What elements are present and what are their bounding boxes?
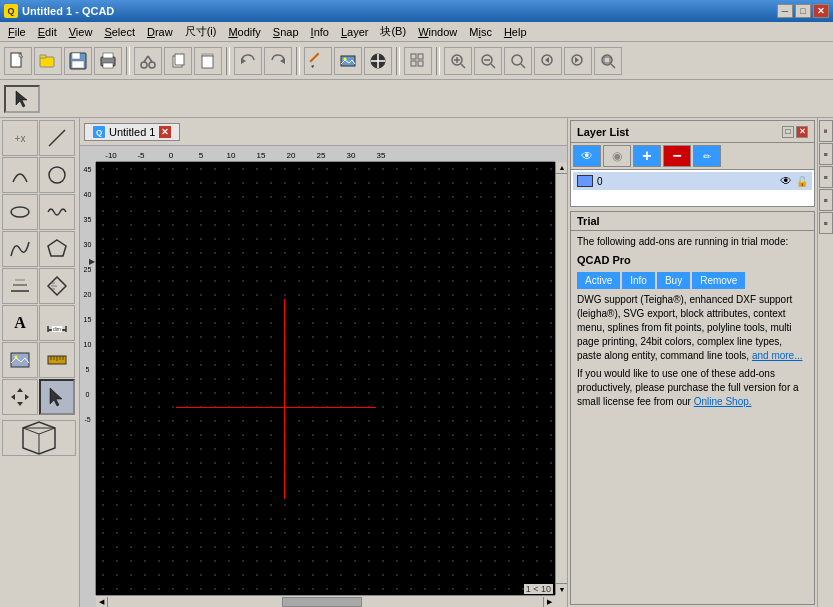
scrollbar-vertical[interactable]: ▲ ▼ [555,162,567,595]
far-right-btn-1[interactable]: ≡ [819,120,833,142]
layer-list-title: Layer List [577,126,629,138]
trial-tab-buy[interactable]: Buy [657,272,690,289]
new-button[interactable] [4,47,32,75]
far-right-btn-5[interactable]: ≡ [819,212,833,234]
tool-pan[interactable] [2,379,38,415]
redo-button[interactable] [264,47,292,75]
tool-arc[interactable] [2,157,38,193]
tool-polygon[interactable] [39,231,75,267]
scroll-down-button[interactable]: ▼ [556,583,567,595]
ruler-num-left: 25 [80,266,95,273]
ruler-num-left: 35 [80,216,95,223]
svg-point-11 [149,62,155,68]
tool-3d[interactable] [2,420,76,456]
close-button[interactable]: ✕ [813,4,829,18]
maximize-button[interactable]: □ [795,4,811,18]
online-shop-link[interactable]: Online Shop. [694,396,752,407]
tool-plus-x[interactable]: +x [2,120,38,156]
scrollbar-horizontal[interactable]: ◀ ▶ [96,595,555,607]
paste-button[interactable] [194,47,222,75]
minimize-button[interactable]: ─ [777,4,793,18]
canvas-container[interactable]: -10 -5 0 5 10 15 20 25 30 35 45 40 35 [80,146,567,607]
tool-select[interactable] [39,379,75,415]
far-right-btn-4[interactable]: ≡ [819,189,833,211]
menu-view[interactable]: View [63,24,99,40]
menu-block[interactable]: 块(B) [374,22,412,41]
scroll-up-button[interactable]: ▲ [556,162,567,174]
menu-info[interactable]: Info [305,24,335,40]
menu-modify[interactable]: Modify [222,24,266,40]
tool-image[interactable] [2,342,38,378]
svg-rect-28 [418,54,423,59]
tool-hatch[interactable] [39,268,75,304]
zoom-window-button[interactable] [594,47,622,75]
far-right-btn-2[interactable]: ≡ [819,143,833,165]
menu-draw[interactable]: Draw [141,24,179,40]
menu-snap[interactable]: Snap [267,24,305,40]
tool-offset[interactable] [2,268,38,304]
tool-ellipse[interactable] [2,194,38,230]
zoom-next-button[interactable] [564,47,592,75]
menu-layer[interactable]: Layer [335,24,375,40]
title-buttons: ─ □ ✕ [777,4,829,18]
tool-ruler[interactable] [39,342,75,378]
trial-tabs: Active Info Buy Remove [577,272,808,289]
layer-edit-button[interactable]: ✏ [693,145,721,167]
save-button[interactable] [64,47,92,75]
cut-button[interactable] [134,47,162,75]
menu-select[interactable]: Select [98,24,141,40]
pencil-button[interactable] [304,47,332,75]
trial-tab-remove[interactable]: Remove [692,272,745,289]
tool-line[interactable] [39,120,75,156]
layer-visibility-icon[interactable]: 👁 [780,174,792,188]
scroll-track-v[interactable] [556,174,567,583]
open-button[interactable] [34,47,62,75]
scroll-thumb-h[interactable] [282,597,362,607]
layer-item-0[interactable]: 0 👁 🔓 [573,172,812,190]
tool-dimension[interactable]: dim [39,305,75,341]
layer-list-close-button[interactable]: ✕ [796,126,808,138]
zoom-in-button[interactable] [444,47,472,75]
trial-tab-info[interactable]: Info [622,272,655,289]
layer-list-float-button[interactable]: □ [782,126,794,138]
layer-hide-button[interactable]: ◉ [603,145,631,167]
scroll-track-h[interactable] [108,597,543,607]
select-cursor-button[interactable] [4,85,40,113]
circle-cross-button[interactable] [364,47,392,75]
image-button[interactable] [334,47,362,75]
menu-edit[interactable]: Edit [32,24,63,40]
svg-point-38 [512,55,522,65]
grid-button[interactable] [404,47,432,75]
tool-circle[interactable] [39,157,75,193]
layer-show-button[interactable]: 👁 [573,145,601,167]
drawing-tab-item[interactable]: Q Untitled 1 ✕ [84,123,180,141]
tool-bezier[interactable] [2,231,38,267]
zoom-out-button[interactable] [474,47,502,75]
print-button[interactable] [94,47,122,75]
layer-remove-button[interactable]: − [663,145,691,167]
layer-lock-icon[interactable]: 🔓 [796,176,808,187]
svg-rect-17 [202,56,213,68]
zoom-fit-button[interactable] [504,47,532,75]
page-indicator: 1 < 10 [524,584,553,594]
scroll-left-button[interactable]: ◀ [96,597,108,607]
menu-help[interactable]: Help [498,24,533,40]
scroll-right-button[interactable]: ▶ [543,597,555,607]
trial-and-more-link[interactable]: and more... [752,350,803,361]
svg-rect-27 [411,54,416,59]
menu-window[interactable]: Window [412,24,463,40]
far-right-btn-3[interactable]: ≡ [819,166,833,188]
tool-text[interactable]: A [2,305,38,341]
zoom-prev-button[interactable] [534,47,562,75]
undo-button[interactable] [234,47,262,75]
menu-file[interactable]: File [2,24,32,40]
tool-wavy[interactable] [39,194,75,230]
menu-misc[interactable]: Misc [463,24,498,40]
tab-close-button[interactable]: ✕ [159,126,171,138]
copy-button[interactable] [164,47,192,75]
menu-dimension[interactable]: 尺寸(i) [179,22,223,41]
trial-tab-active[interactable]: Active [577,272,620,289]
canvas-drawing[interactable] [96,162,555,595]
ruler-top: -10 -5 0 5 10 15 20 25 30 35 [96,146,555,162]
layer-add-button[interactable]: + [633,145,661,167]
